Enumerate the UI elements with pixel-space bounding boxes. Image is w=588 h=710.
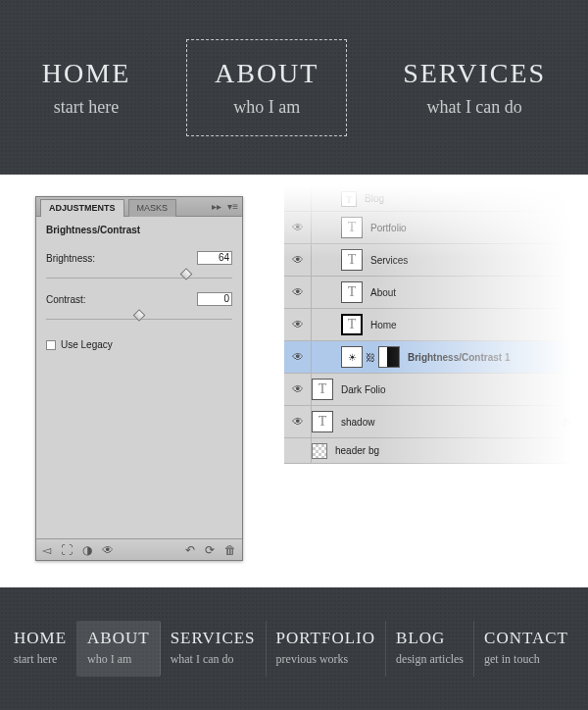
- topnav-title: ABOUT: [215, 58, 318, 89]
- adjustment-layer-thumbnail: ☀: [341, 346, 363, 368]
- contrast-input[interactable]: 0: [197, 292, 232, 306]
- visibility-toggle-icon[interactable]: 👁: [284, 406, 312, 437]
- topnav-item-services[interactable]: SERVICES what I can do: [374, 39, 574, 136]
- text-layer-thumbnail: T: [341, 249, 363, 271]
- bottomnav-title: HOME: [14, 629, 67, 648]
- tab-adjustments[interactable]: ADJUSTMENTS: [40, 199, 124, 217]
- layer-row[interactable]: 👁TPortfolio: [284, 212, 588, 244]
- tab-masks[interactable]: MASKS: [128, 199, 177, 217]
- topnav-subtitle: start here: [42, 97, 130, 118]
- layer-row[interactable]: 👁TAbout: [284, 277, 588, 309]
- topnav-item-about[interactable]: ABOUT who I am: [186, 39, 347, 136]
- adjustments-footer: ◅ ⛶ ◑ 👁 ↶ ⟳ 🗑: [36, 538, 242, 560]
- bottomnav-item-contact[interactable]: CONTACTget in touch: [474, 621, 578, 677]
- topnav-title: SERVICES: [403, 58, 546, 89]
- bottomnav-item-home[interactable]: HOMEstart here: [4, 621, 77, 677]
- visibility-toggle-icon[interactable]: [284, 186, 312, 211]
- visibility-toggle-icon[interactable]: 👁: [284, 374, 312, 405]
- text-layer-thumbnail: T: [312, 411, 333, 432]
- text-layer-thumbnail: T: [341, 281, 363, 303]
- layers-panel: TBlog👁TPortfolio👁TServices👁TAbout👁THome👁…: [284, 186, 588, 464]
- bottomnav-title: SERVICES: [171, 629, 256, 648]
- bottomnav-item-blog[interactable]: BLOGdesign articles: [386, 621, 474, 677]
- layer-name-label[interactable]: Home: [370, 320, 397, 330]
- layer-name-label[interactable]: Portfolio: [370, 223, 407, 233]
- layer-row[interactable]: 👁TDark Folio: [284, 374, 588, 406]
- topnav-item-home[interactable]: HOME start here: [14, 39, 159, 136]
- bottomnav-subtitle: previous works: [276, 652, 376, 667]
- topnav-title: HOME: [42, 58, 130, 89]
- bottomnav-title: BLOG: [396, 629, 464, 648]
- bottom-nav-final: HOMEstart hereABOUTwho I amSERVICESwhat …: [0, 587, 588, 710]
- expand-icon[interactable]: ⛶: [61, 543, 73, 557]
- layer-name-label[interactable]: Dark Folio: [341, 384, 386, 395]
- clip-icon[interactable]: ◑: [82, 543, 92, 557]
- visibility-toggle-icon[interactable]: 👁: [284, 277, 312, 308]
- layer-row[interactable]: header bg: [284, 438, 588, 464]
- use-legacy-label: Use Legacy: [61, 339, 113, 350]
- bottomnav-subtitle: get in touch: [484, 652, 568, 667]
- visibility-toggle-icon[interactable]: 👁: [284, 341, 312, 373]
- brightness-input[interactable]: 64: [197, 251, 232, 265]
- brightness-slider[interactable]: [46, 267, 232, 279]
- contrast-slider[interactable]: [46, 308, 232, 320]
- bottomnav-subtitle: start here: [14, 652, 67, 667]
- layer-name-label[interactable]: Blog: [365, 193, 384, 204]
- bottomnav-item-portfolio[interactable]: PORTFOLIOprevious works: [267, 621, 387, 677]
- layer-name-label[interactable]: header bg: [335, 445, 379, 456]
- bottomnav-item-services[interactable]: SERVICESwhat I can do: [161, 621, 267, 677]
- visibility-toggle-icon[interactable]: 👁: [284, 309, 312, 340]
- visibility-toggle-icon[interactable]: [284, 438, 312, 463]
- layer-row[interactable]: 👁TServices: [284, 244, 588, 277]
- checkbox-box[interactable]: [46, 340, 56, 350]
- adjustments-panel: ADJUSTMENTS MASKS ▸▸ ▾≡ Brightness/Contr…: [35, 196, 243, 561]
- layer-row[interactable]: 👁THome: [284, 309, 588, 341]
- visibility-toggle-icon[interactable]: 👁: [284, 212, 312, 243]
- back-arrow-icon[interactable]: ◅: [42, 543, 51, 557]
- brightness-label: Brightness:: [46, 253, 95, 264]
- contrast-label: Contrast:: [46, 294, 86, 305]
- panel-menu-icon[interactable]: ▾≡: [227, 201, 238, 212]
- top-nav-preview: HOME start here ABOUT who I am SERVICES …: [0, 0, 588, 175]
- use-legacy-checkbox[interactable]: Use Legacy: [46, 339, 232, 350]
- topnav-subtitle: who I am: [215, 97, 318, 118]
- bottomnav-title: ABOUT: [87, 629, 150, 648]
- layer-name-label[interactable]: Brightness/Contrast 1: [408, 352, 510, 363]
- bottomnav-title: CONTACT: [484, 629, 568, 648]
- layer-name-label[interactable]: Services: [370, 255, 408, 266]
- text-layer-thumbnail: T: [312, 379, 333, 400]
- layer-thumbnail: [312, 443, 327, 459]
- reset-icon[interactable]: ⟳: [205, 543, 215, 557]
- visibility-toggle-icon[interactable]: 👁: [284, 244, 312, 276]
- bottomnav-subtitle: what I can do: [171, 652, 256, 667]
- bottomnav-subtitle: who I am: [87, 652, 150, 667]
- visibility-icon[interactable]: 👁: [102, 543, 114, 557]
- adjustment-heading: Brightness/Contrast: [46, 225, 232, 235]
- link-icon[interactable]: ⛓: [366, 352, 375, 363]
- layer-row[interactable]: 👁Tshadowfx ▾: [284, 406, 588, 438]
- layer-row[interactable]: 👁☀⛓Brightness/Contrast 1: [284, 341, 588, 374]
- layer-effects-icon[interactable]: fx ▾: [563, 416, 580, 429]
- text-layer-thumbnail: T: [341, 217, 363, 238]
- text-layer-thumbnail: T: [341, 191, 357, 207]
- collapse-icon[interactable]: ▸▸: [212, 201, 221, 212]
- layer-row[interactable]: TBlog: [284, 186, 588, 212]
- bottomnav-title: PORTFOLIO: [276, 629, 376, 648]
- layer-name-label[interactable]: shadow: [341, 417, 374, 428]
- layer-name-label[interactable]: About: [370, 287, 396, 298]
- workspace-area: ADJUSTMENTS MASKS ▸▸ ▾≡ Brightness/Contr…: [0, 175, 588, 587]
- trash-icon[interactable]: 🗑: [224, 543, 236, 557]
- topnav-subtitle: what I can do: [403, 97, 546, 118]
- layer-mask-thumbnail[interactable]: [378, 346, 400, 368]
- text-layer-thumbnail: T: [341, 314, 363, 335]
- bottomnav-subtitle: design articles: [396, 652, 464, 667]
- bottomnav-item-about[interactable]: ABOUTwho I am: [77, 621, 161, 677]
- prev-state-icon[interactable]: ↶: [185, 543, 195, 557]
- panel-tabs: ADJUSTMENTS MASKS ▸▸ ▾≡: [36, 197, 242, 217]
